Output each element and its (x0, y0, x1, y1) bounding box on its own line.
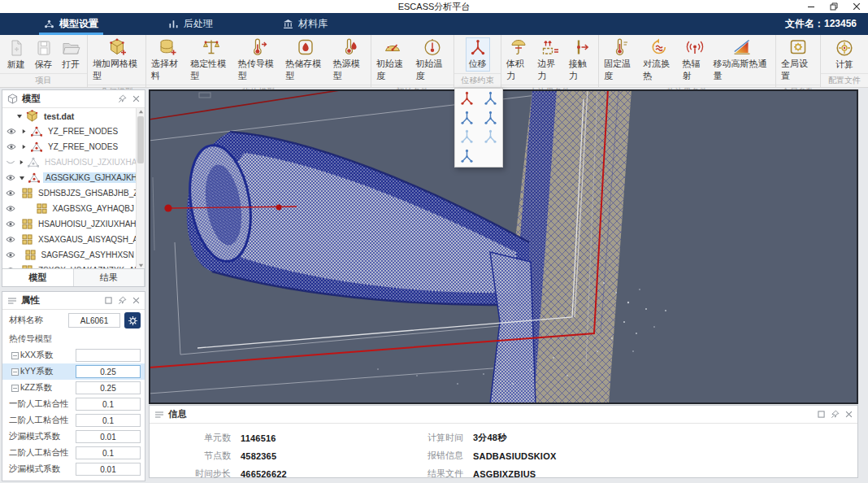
initial-temperature-button[interactable]: 初始温度 (413, 36, 453, 84)
tree-row[interactable]: YZ_FREE_NODES (2, 124, 137, 139)
tab-model-setup[interactable]: 模型设置 (33, 13, 110, 35)
eye-visible-icon[interactable] (6, 174, 15, 181)
eye-hidden-icon[interactable] (6, 159, 15, 166)
properties-panel-icon (7, 297, 17, 305)
tab-material-library[interactable]: 材料库 (271, 13, 339, 35)
convection-button[interactable]: 对流换热 (640, 36, 679, 84)
select-material-button[interactable]: 选择材料 (148, 36, 187, 84)
tree-row-selected[interactable]: AGSGKJKG_GJHXAJKHXA (2, 170, 137, 185)
collapse-box-icon[interactable] (11, 368, 19, 376)
property-row[interactable]: 二阶人工粘合性 (2, 412, 145, 429)
eye-visible-icon[interactable] (6, 251, 15, 259)
app-title: ESCASS分析平台 (0, 1, 868, 13)
eye-visible-icon[interactable] (6, 205, 15, 212)
scrollbar-thumb[interactable] (137, 116, 144, 163)
heat-conduction-model-button[interactable]: 热传导模型 (235, 36, 282, 84)
property-row[interactable]: 一阶人工粘合性 (2, 396, 145, 412)
caret-right-icon[interactable] (21, 128, 27, 134)
pin-icon[interactable] (118, 94, 127, 103)
second-order-viscosity-input[interactable] (76, 414, 141, 427)
displacement-option-6[interactable] (481, 128, 501, 146)
boundary-force-button[interactable]: 边界力 (534, 36, 565, 84)
new-button[interactable]: 新建 (3, 37, 29, 72)
property-row[interactable]: 二阶人工粘合性 (2, 445, 145, 461)
tree-row-root[interactable]: test.dat (2, 108, 137, 124)
displacement-option-3[interactable] (458, 109, 477, 127)
body-force-button[interactable]: 体积力 (503, 36, 534, 84)
hourglass-coefficient-input[interactable] (76, 430, 141, 443)
close-icon[interactable] (132, 297, 140, 304)
caret-down-icon[interactable] (16, 113, 23, 120)
property-row[interactable]: 沙漏模式系数 (2, 429, 145, 445)
eye-visible-icon[interactable] (6, 236, 15, 243)
tree-row[interactable]: HSAUHOISU_JZXIUXHAHX (2, 216, 137, 232)
close-icon[interactable] (845, 411, 853, 418)
caret-right-icon[interactable] (21, 144, 27, 150)
eye-visible-icon[interactable] (6, 220, 15, 228)
property-row-kyy[interactable]: kYY系数 (2, 363, 145, 380)
displacement-option-5[interactable] (458, 128, 477, 146)
open-button[interactable]: 打开 (58, 37, 84, 72)
property-row[interactable]: 沙漏模式系数 (2, 461, 145, 477)
toolbar-group-geometry: 增加网格模型 几何模型 (88, 35, 146, 87)
tree-row[interactable]: XSAXGAUS_AISYAQSH_ASHX (2, 232, 137, 247)
thermal-radiation-button[interactable]: 热辐射 (679, 36, 710, 84)
scroll-up-icon[interactable] (137, 108, 145, 115)
global-settings-button[interactable]: 全局设置 (778, 36, 818, 84)
heat-source-model-button[interactable]: 热源模型 (330, 36, 369, 84)
pin-icon[interactable] (118, 296, 127, 305)
pin-icon[interactable] (831, 410, 840, 419)
maximize-icon[interactable] (105, 297, 112, 304)
first-order-viscosity-input[interactable] (76, 398, 141, 411)
eye-visible-icon[interactable] (7, 128, 16, 135)
moving-gauss-flux-button[interactable]: 移动高斯热通量 (710, 36, 774, 84)
save-button[interactable]: 保存 (31, 37, 57, 72)
material-name-input[interactable] (68, 313, 120, 328)
boundary-force-icon (540, 37, 559, 57)
toolbar-group-global: 全局设置 全局参数 (776, 35, 821, 87)
material-settings-button[interactable] (124, 312, 141, 329)
displacement-option-4[interactable] (481, 109, 501, 127)
eye-visible-icon[interactable] (7, 143, 16, 150)
property-row-kzz[interactable]: kZZ系数 (2, 380, 145, 396)
tree-row[interactable]: SDHSBJZS_GHSABJHB_ZAHU (2, 185, 137, 201)
displacement-option-7[interactable] (458, 147, 477, 165)
caret-down-icon[interactable] (19, 175, 25, 181)
save-icon (34, 38, 54, 58)
tree-scrollbar[interactable] (136, 108, 145, 269)
window-controls (806, 2, 861, 11)
kzz-input[interactable] (76, 381, 141, 394)
collapse-box-icon[interactable] (11, 385, 19, 392)
property-row-kxx[interactable]: kXX系数 (2, 347, 145, 363)
hourglass-coefficient-input-2[interactable] (76, 463, 141, 476)
maximize-icon[interactable] (818, 411, 825, 418)
compute-button[interactable]: 计算 (831, 37, 857, 72)
tree-row[interactable]: XAGBSXG_AYHAQBJ (2, 201, 137, 216)
second-order-viscosity-input-2[interactable] (76, 446, 141, 459)
add-mesh-model-button[interactable]: 增加网格模型 (89, 36, 144, 84)
close-button[interactable] (852, 2, 861, 11)
eye-visible-icon[interactable] (6, 189, 15, 197)
close-icon[interactable] (132, 95, 140, 102)
minimize-button[interactable] (806, 2, 816, 11)
stability-model-button[interactable]: 稳定性模型 (187, 36, 234, 84)
tab-post-processing[interactable]: 后处理 (157, 13, 224, 35)
displacement-option-1[interactable] (458, 90, 477, 108)
tree-row-hidden[interactable]: HSAUHOISU_JZXIUXHAHX (2, 154, 137, 170)
collapse-box-icon[interactable] (11, 352, 19, 359)
caret-right-icon[interactable] (19, 159, 24, 165)
tree-row[interactable]: SAGFASGZ_ASYHHXSN (2, 247, 137, 263)
tab-result[interactable]: 结果 (74, 269, 145, 286)
tree-row[interactable]: YZ_FREE_NODES (2, 139, 137, 154)
restore-button[interactable] (829, 2, 839, 11)
kyy-input[interactable] (76, 365, 141, 378)
kxx-input[interactable] (76, 349, 141, 362)
viewport-3d[interactable] (149, 89, 858, 404)
contact-force-button[interactable]: 接触力 (566, 36, 597, 84)
displacement-option-2[interactable] (481, 90, 501, 108)
heat-storage-model-button[interactable]: 热储存模型 (282, 36, 329, 84)
displacement-button[interactable]: 位移 (466, 37, 490, 72)
initial-velocity-button[interactable]: 初始速度 (373, 36, 413, 84)
tab-model[interactable]: 模型 (2, 269, 74, 286)
fixed-temperature-button[interactable]: 固定温度 (601, 36, 640, 84)
